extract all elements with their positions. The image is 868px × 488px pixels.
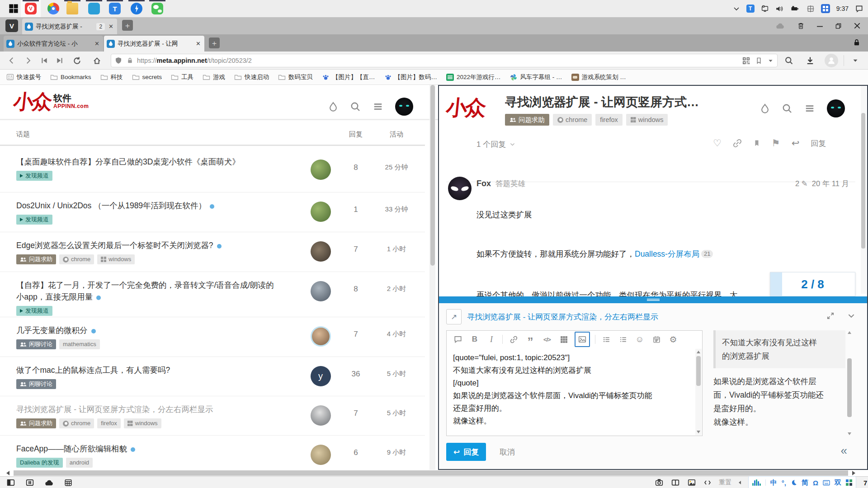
scrollbar-thumb[interactable] [847, 358, 852, 417]
user-avatar[interactable] [827, 99, 845, 117]
tag-pill[interactable]: chrome [59, 418, 94, 428]
left-scrollbar[interactable] [429, 85, 435, 470]
bold-icon[interactable]: B [469, 333, 481, 345]
tray-expand-icon[interactable] [733, 5, 740, 12]
column-topic[interactable]: 话题 [16, 130, 30, 139]
bookmark-item[interactable]: 科技 [100, 73, 123, 81]
new-tab-button[interactable]: ＋ [122, 20, 133, 31]
tag-pill[interactable]: Dalieba 的发现 [16, 458, 63, 468]
numbered-list-icon[interactable] [617, 333, 629, 345]
topic-activity[interactable]: 1 小时 [372, 245, 421, 253]
bookmark-item[interactable]: secrets [132, 74, 162, 81]
secure-lock-icon[interactable] [127, 57, 133, 64]
bookmark-item[interactable]: 快速拨号 [6, 73, 41, 81]
topic-activity[interactable]: 9 小时 [372, 448, 421, 457]
tag-pill[interactable]: windows [97, 254, 135, 264]
collapse-composer-icon[interactable] [847, 312, 855, 320]
tag-pill[interactable]: 闲聊讨论 [16, 339, 56, 349]
preview-scrollbar[interactable] [846, 330, 853, 436]
topic-reply-count[interactable]: 7 [340, 409, 372, 418]
taskbar-app-messenger[interactable] [127, 0, 146, 17]
tray-input-indicator-icon[interactable] [807, 5, 815, 13]
capture-page-icon[interactable] [655, 479, 664, 487]
tab-close-icon[interactable]: ✕ [94, 40, 100, 47]
topic-reply-count[interactable]: 36 [340, 370, 372, 379]
submit-reply-button[interactable]: ↩ 回复 [446, 443, 486, 461]
topic-reply-count[interactable]: 6 [340, 448, 372, 457]
reply-arrow-icon[interactable]: ↩ [792, 138, 800, 149]
scrollbar-thumb[interactable] [430, 85, 435, 266]
tag-pill[interactable]: firefox [595, 114, 623, 126]
topic-reply-count[interactable]: 8 [340, 285, 372, 294]
topic-reply-count[interactable]: 7 [340, 245, 372, 254]
clock[interactable]: 9:37 [836, 5, 849, 12]
blockquote-icon[interactable]: ” [524, 331, 536, 347]
zoom-reset-button[interactable]: 重置 [719, 479, 731, 487]
right-scrollbar[interactable] [861, 86, 866, 294]
qr-code-icon[interactable] [742, 57, 750, 65]
taskbar-app-vivaldi[interactable]: V [21, 0, 41, 17]
upload-image-icon[interactable] [575, 332, 590, 347]
ime-toolbox-icon[interactable] [846, 479, 852, 486]
topic-poster-avatar[interactable] [311, 241, 331, 262]
expand-composer-icon[interactable] [826, 312, 835, 320]
search-icon[interactable] [350, 101, 361, 112]
topic-row[interactable]: 做了个mac上的鼠标连点工具，有人需要吗?闲聊讨论y365 小时 [0, 357, 425, 396]
ime-language-chinese[interactable]: 中 [770, 479, 777, 487]
horizontal-scrollbar[interactable] [0, 470, 868, 476]
share-reply-icon[interactable]: ↗ [446, 309, 462, 324]
fast-forward-button[interactable] [54, 55, 65, 66]
tag-pill[interactable]: 发现频道 [16, 215, 52, 225]
topic-poster-avatar[interactable] [311, 281, 331, 301]
scroll-left-arrow[interactable] [6, 471, 9, 475]
ime-keyboard-icon[interactable] [823, 480, 830, 486]
topic-activity[interactable]: 5 小时 [372, 409, 421, 418]
topic-activity[interactable]: 33 分钟 [372, 205, 421, 214]
restore-icon[interactable] [835, 23, 842, 29]
topic-title[interactable]: 寻找浏览器扩展 - 让网页竖屏方式… [505, 94, 745, 110]
tasks-calendar-icon[interactable] [64, 479, 72, 487]
calendar-icon[interactable] [651, 333, 662, 345]
topic-row[interactable]: Edge浏览器怎么设置关闭最后一个标签时不关闭浏览器?问题求助chromewin… [0, 232, 425, 272]
post-author-avatar[interactable] [448, 177, 472, 200]
tag-pill[interactable]: 闲聊讨论 [16, 379, 56, 389]
trash-icon[interactable] [797, 22, 805, 30]
topic-title-link[interactable]: 寻找浏览器扩展 - 让网页竖屏方式渲染，分左右两栏显示 [16, 405, 213, 414]
tag-pill[interactable]: windows [124, 418, 161, 428]
topic-activity[interactable]: 25 分钟 [372, 163, 421, 172]
post-meta[interactable]: 2 ✎ 20 年 11 月 [795, 179, 849, 189]
water-drop-icon[interactable] [328, 101, 338, 112]
taskbar-app-explorer[interactable] [62, 0, 82, 17]
topic-poster-avatar[interactable] [311, 326, 331, 347]
water-drop-icon[interactable] [760, 103, 770, 114]
bookmark-item[interactable]: 【图片】【直… [322, 73, 375, 81]
dualless-link[interactable]: Dualless-分屏布局 [635, 249, 699, 258]
topic-title-link[interactable]: 几乎无变量的微积分 [16, 326, 88, 335]
bookmark-item[interactable]: 【图片】数码… [384, 73, 438, 81]
tag-pill[interactable]: mathematics [59, 339, 100, 349]
topic-activity[interactable]: 5 小时 [372, 370, 421, 378]
vivaldi-menu-button[interactable]: V [5, 19, 18, 32]
user-avatar[interactable] [395, 98, 413, 116]
topic-poster-avatar[interactable] [311, 445, 331, 465]
sync-status-icon[interactable] [44, 479, 54, 486]
ime-symbols[interactable]: Ω [813, 479, 818, 487]
tag-pill[interactable]: android [66, 458, 93, 468]
composer-drag-handle[interactable] [439, 296, 867, 303]
ime-night-mode-icon[interactable] [791, 479, 797, 486]
profile-avatar-button[interactable] [825, 54, 838, 67]
topic-title-link[interactable]: Dos2Unix / Unix2Dos （一个从1989年活到现在软件） [16, 201, 206, 210]
scroll-down-arrow[interactable] [697, 431, 700, 433]
tab-close-icon[interactable]: ✕ [195, 40, 202, 47]
voice-input-icon[interactable] [752, 479, 761, 486]
tag-pill[interactable]: 发现频道 [16, 171, 52, 181]
topic-title-link[interactable]: Edge浏览器怎么设置关闭最后一个标签时不关闭浏览器? [16, 241, 213, 250]
gear-icon[interactable]: ⚙ [667, 333, 679, 345]
url-dropdown-icon[interactable] [768, 58, 774, 64]
bookmark-item[interactable]: 风车字幕组 - … [510, 73, 562, 81]
taskbar-app-vscode[interactable] [84, 0, 104, 17]
bookmark-item[interactable]: 2022年游戏行… [446, 73, 501, 81]
bookmark-item[interactable]: 游戏系统策划 … [571, 73, 626, 81]
topic-progress-indicator[interactable]: 2 / 8 [770, 272, 855, 296]
tray-volume-icon[interactable] [775, 5, 784, 13]
